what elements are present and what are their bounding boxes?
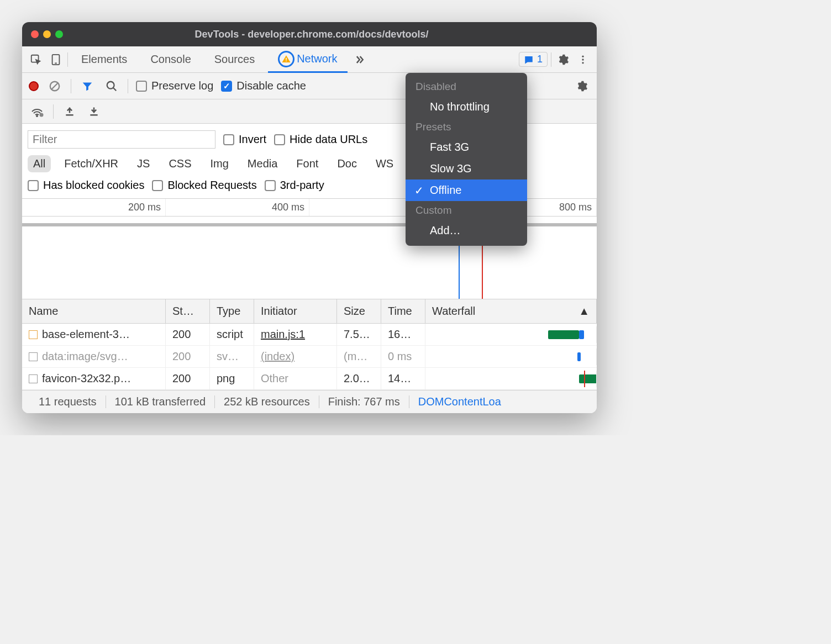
tab-elements[interactable]: Elements [71,46,137,73]
statusbar: 11 requests 101 kB transferred 252 kB re… [22,390,597,413]
record-button[interactable] [29,81,39,91]
status-finish: Finish: 767 ms [319,395,409,408]
divider [67,52,68,67]
request-initiator[interactable]: (index) [261,350,294,363]
request-size: (m… [337,346,381,367]
request-size: 7.5… [337,324,381,345]
col-initiator[interactable]: Initiator [254,299,337,323]
request-status: 200 [166,368,210,389]
request-waterfall [425,326,597,343]
col-status[interactable]: St… [166,299,210,323]
export-har-icon[interactable] [86,103,102,120]
col-waterfall[interactable]: Waterfall▲ [425,299,597,323]
request-type: png [210,368,254,389]
hide-data-urls-checkbox[interactable]: Hide data URLs [274,133,367,146]
third-party-checkbox[interactable]: 3rd-party [265,179,324,192]
request-status: 200 [166,346,210,367]
request-type: sv… [210,346,254,367]
filter-input[interactable] [28,130,215,149]
throttling-group-custom: Custom [406,201,527,220]
divider [71,79,71,93]
svg-line-9 [52,83,58,89]
network-settings-icon[interactable] [574,78,590,94]
settings-icon[interactable] [555,51,571,68]
disable-cache-checkbox[interactable]: ✓Disable cache [221,80,306,92]
blocked-cookies-checkbox[interactable]: Has blocked cookies [28,179,144,192]
throttling-fast-3g[interactable]: Fast 3G [406,136,527,158]
timeline-tick: 400 ms [166,199,309,216]
filter-type-font[interactable]: Font [291,155,324,172]
col-time[interactable]: Time [381,299,425,323]
svg-line-11 [113,87,117,91]
request-name: base-element-3… [42,328,130,341]
filter-type-ws[interactable]: WS [370,155,399,172]
request-waterfall [425,349,597,365]
svg-point-12 [36,115,38,117]
filter-icon[interactable] [79,78,96,94]
sort-asc-icon: ▲ [578,305,590,318]
throttling-slow-3g[interactable]: Slow 3G [406,158,527,180]
throttling-no-throttling[interactable]: No throttling [406,96,527,118]
request-time: 16… [381,324,425,345]
tab-console[interactable]: Console [140,46,201,73]
kebab-menu-icon[interactable] [575,51,591,68]
offline-warning-icon [278,51,294,67]
filter-type-doc[interactable]: Doc [332,155,362,172]
request-time: 0 ms [381,346,425,367]
divider [128,79,128,93]
filter-type-css[interactable]: CSS [163,155,197,172]
issues-count: 1 [537,54,543,65]
svg-rect-14 [66,114,73,116]
status-requests: 11 requests [30,395,106,408]
tab-sources[interactable]: Sources [204,46,265,73]
col-size[interactable]: Size [337,299,381,323]
col-type[interactable]: Type [210,299,254,323]
invert-checkbox[interactable]: Invert [223,133,266,146]
search-icon[interactable] [103,78,120,94]
titlebar: DevTools - developer.chrome.com/docs/dev… [22,22,597,46]
preserve-log-checkbox[interactable]: Preserve log [136,80,213,92]
throttling-offline[interactable]: Offline [406,180,527,201]
table-row[interactable]: favicon-32x32.p… 200 png Other 2.0… 14… [22,368,597,390]
throttling-add[interactable]: Add… [406,220,527,241]
issues-badge[interactable]: 1 [519,52,548,67]
col-name[interactable]: Name [22,299,166,323]
filter-type-fetch[interactable]: Fetch/XHR [59,155,124,172]
blocked-requests-checkbox[interactable]: Blocked Requests [152,179,256,192]
svg-point-7 [582,62,583,64]
svg-point-13 [40,113,44,117]
device-toggle-icon[interactable] [48,51,64,68]
svg-point-5 [582,55,583,57]
script-file-icon [29,330,38,339]
table-row[interactable]: base-element-3… 200 script main.js:1 7.5… [22,324,597,346]
request-type: script [210,324,254,345]
table-row[interactable]: data:image/svg… 200 sv… (index) (m… 0 ms [22,346,597,368]
svg-point-6 [582,59,583,60]
request-name: favicon-32x32.p… [42,372,131,385]
image-file-icon [29,352,38,361]
more-tabs-icon[interactable] [351,51,367,68]
window-title: DevTools - developer.chrome.com/docs/dev… [35,29,588,40]
request-size: 2.0… [337,368,381,389]
throttling-group-disabled: Disabled [406,77,527,96]
request-status: 200 [166,324,210,345]
inspect-element-icon[interactable] [28,51,44,68]
filter-type-all[interactable]: All [28,155,51,172]
request-initiator: Other [254,368,337,389]
filter-type-media[interactable]: Media [242,155,283,172]
filter-type-js[interactable]: JS [132,155,155,172]
request-initiator[interactable]: main.js:1 [261,328,305,341]
throttling-group-presets: Presets [406,118,527,136]
filter-type-img[interactable]: Img [205,155,234,172]
import-har-icon[interactable] [61,103,78,120]
table-header: Name St… Type Initiator Size Time Waterf… [22,299,597,324]
clear-icon[interactable] [46,78,63,94]
network-conditions-icon[interactable] [29,103,45,120]
status-dcl: DOMContentLoa [409,395,510,408]
request-name: data:image/svg… [42,350,128,363]
svg-point-10 [107,81,114,88]
request-waterfall [425,371,597,387]
request-time: 14… [381,368,425,389]
tab-network[interactable]: Network [268,46,347,73]
timeline-tick: 200 ms [22,199,166,216]
